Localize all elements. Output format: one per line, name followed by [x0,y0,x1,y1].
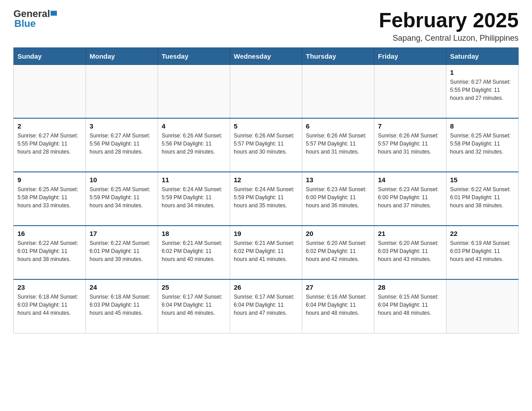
logo-blue: Blue [13,19,57,29]
weekday-header-thursday: Thursday [302,47,374,64]
day-info: Sunrise: 6:22 AM Sunset: 6:01 PM Dayligh… [90,239,154,263]
day-number: 11 [162,176,226,184]
day-number: 28 [378,283,442,291]
calendar-day-cell [446,279,519,333]
logo-general: General [13,9,50,19]
day-number: 20 [306,230,370,237]
day-info: Sunrise: 6:27 AM Sunset: 5:56 PM Dayligh… [90,132,154,156]
calendar-day-cell: 28Sunrise: 6:15 AM Sunset: 6:04 PM Dayli… [374,279,446,333]
weekday-header-friday: Friday [374,47,446,64]
weekday-header-row: SundayMondayTuesdayWednesdayThursdayFrid… [14,47,519,64]
title-block: February 2025 Sapang, Central Luzon, Phi… [379,9,519,43]
day-number: 19 [234,230,298,237]
day-info: Sunrise: 6:20 AM Sunset: 6:02 PM Dayligh… [306,239,370,263]
day-number: 6 [306,122,370,130]
day-info: Sunrise: 6:17 AM Sunset: 6:04 PM Dayligh… [234,293,298,317]
day-number: 23 [17,283,82,291]
calendar-day-cell [158,64,230,118]
calendar-day-cell [86,64,158,118]
day-info: Sunrise: 6:15 AM Sunset: 6:04 PM Dayligh… [378,293,442,317]
day-number: 7 [378,122,442,130]
day-number: 16 [17,230,82,237]
calendar-day-cell: 9Sunrise: 6:25 AM Sunset: 5:58 PM Daylig… [14,172,86,226]
page-header: General Blue February 2025 Sapang, Centr… [13,9,519,43]
day-info: Sunrise: 6:26 AM Sunset: 5:56 PM Dayligh… [162,132,226,156]
day-info: Sunrise: 6:25 AM Sunset: 5:58 PM Dayligh… [17,185,82,210]
day-info: Sunrise: 6:22 AM Sunset: 6:01 PM Dayligh… [17,239,82,263]
day-info: Sunrise: 6:26 AM Sunset: 5:57 PM Dayligh… [306,132,370,156]
calendar-day-cell: 26Sunrise: 6:17 AM Sunset: 6:04 PM Dayli… [230,279,302,333]
calendar-day-cell: 18Sunrise: 6:21 AM Sunset: 6:02 PM Dayli… [158,226,230,279]
calendar-day-cell: 12Sunrise: 6:24 AM Sunset: 5:59 PM Dayli… [230,172,302,226]
calendar-day-cell [302,64,374,118]
calendar-week-row: 1Sunrise: 6:27 AM Sunset: 5:55 PM Daylig… [14,64,519,118]
calendar-day-cell: 16Sunrise: 6:22 AM Sunset: 6:01 PM Dayli… [14,226,86,279]
day-number: 5 [234,122,298,130]
day-info: Sunrise: 6:25 AM Sunset: 5:59 PM Dayligh… [90,185,154,210]
calendar-week-row: 9Sunrise: 6:25 AM Sunset: 5:58 PM Daylig… [14,172,519,226]
calendar-day-cell: 8Sunrise: 6:25 AM Sunset: 5:58 PM Daylig… [446,118,519,172]
day-info: Sunrise: 6:18 AM Sunset: 6:03 PM Dayligh… [17,293,82,317]
day-number: 12 [234,176,298,184]
day-info: Sunrise: 6:18 AM Sunset: 6:03 PM Dayligh… [90,293,154,317]
logo: General Blue [13,9,57,29]
day-number: 15 [450,176,515,184]
calendar-day-cell [374,64,446,118]
calendar-day-cell: 15Sunrise: 6:22 AM Sunset: 6:01 PM Dayli… [446,172,519,226]
day-number: 3 [90,122,154,130]
day-number: 21 [378,230,442,237]
day-info: Sunrise: 6:27 AM Sunset: 5:55 PM Dayligh… [17,132,82,156]
calendar-day-cell: 24Sunrise: 6:18 AM Sunset: 6:03 PM Dayli… [86,279,158,333]
calendar-subtitle: Sapang, Central Luzon, Philippines [379,34,519,43]
calendar-week-row: 16Sunrise: 6:22 AM Sunset: 6:01 PM Dayli… [14,226,519,279]
calendar-day-cell: 21Sunrise: 6:20 AM Sunset: 6:03 PM Dayli… [374,226,446,279]
calendar-table: SundayMondayTuesdayWednesdayThursdayFrid… [13,47,519,334]
calendar-day-cell [14,64,86,118]
weekday-header-saturday: Saturday [446,47,519,64]
calendar-day-cell: 17Sunrise: 6:22 AM Sunset: 6:01 PM Dayli… [86,226,158,279]
day-info: Sunrise: 6:20 AM Sunset: 6:03 PM Dayligh… [378,239,442,263]
calendar-day-cell: 19Sunrise: 6:21 AM Sunset: 6:02 PM Dayli… [230,226,302,279]
day-info: Sunrise: 6:23 AM Sunset: 6:00 PM Dayligh… [378,185,442,210]
calendar-day-cell: 2Sunrise: 6:27 AM Sunset: 5:55 PM Daylig… [14,118,86,172]
calendar-day-cell: 6Sunrise: 6:26 AM Sunset: 5:57 PM Daylig… [302,118,374,172]
day-info: Sunrise: 6:24 AM Sunset: 5:59 PM Dayligh… [162,185,226,210]
calendar-day-cell: 20Sunrise: 6:20 AM Sunset: 6:02 PM Dayli… [302,226,374,279]
day-number: 13 [306,176,370,184]
calendar-day-cell: 11Sunrise: 6:24 AM Sunset: 5:59 PM Dayli… [158,172,230,226]
calendar-day-cell: 27Sunrise: 6:16 AM Sunset: 6:04 PM Dayli… [302,279,374,333]
day-number: 26 [234,283,298,291]
calendar-day-cell: 10Sunrise: 6:25 AM Sunset: 5:59 PM Dayli… [86,172,158,226]
day-info: Sunrise: 6:21 AM Sunset: 6:02 PM Dayligh… [234,239,298,263]
weekday-header-monday: Monday [86,47,158,64]
calendar-day-cell: 23Sunrise: 6:18 AM Sunset: 6:03 PM Dayli… [14,279,86,333]
day-number: 1 [450,68,515,76]
day-info: Sunrise: 6:21 AM Sunset: 6:02 PM Dayligh… [162,239,226,263]
calendar-day-cell: 13Sunrise: 6:23 AM Sunset: 6:00 PM Dayli… [302,172,374,226]
day-info: Sunrise: 6:25 AM Sunset: 5:58 PM Dayligh… [450,132,515,156]
calendar-day-cell: 14Sunrise: 6:23 AM Sunset: 6:00 PM Dayli… [374,172,446,226]
calendar-day-cell: 25Sunrise: 6:17 AM Sunset: 6:04 PM Dayli… [158,279,230,333]
day-info: Sunrise: 6:22 AM Sunset: 6:01 PM Dayligh… [450,185,515,210]
weekday-header-sunday: Sunday [14,47,86,64]
weekday-header-tuesday: Tuesday [158,47,230,64]
day-info: Sunrise: 6:19 AM Sunset: 6:03 PM Dayligh… [450,239,515,263]
calendar-day-cell [230,64,302,118]
day-info: Sunrise: 6:27 AM Sunset: 5:55 PM Dayligh… [450,78,515,102]
logo-arrow-icon [51,11,57,16]
day-info: Sunrise: 6:24 AM Sunset: 5:59 PM Dayligh… [234,185,298,210]
day-number: 25 [162,283,226,291]
calendar-week-row: 2Sunrise: 6:27 AM Sunset: 5:55 PM Daylig… [14,118,519,172]
calendar-day-cell: 7Sunrise: 6:26 AM Sunset: 5:57 PM Daylig… [374,118,446,172]
day-info: Sunrise: 6:23 AM Sunset: 6:00 PM Dayligh… [306,185,370,210]
day-number: 22 [450,230,515,237]
day-number: 2 [17,122,82,130]
day-info: Sunrise: 6:26 AM Sunset: 5:57 PM Dayligh… [234,132,298,156]
day-number: 4 [162,122,226,130]
day-number: 8 [450,122,515,130]
calendar-week-row: 23Sunrise: 6:18 AM Sunset: 6:03 PM Dayli… [14,279,519,333]
calendar-day-cell: 1Sunrise: 6:27 AM Sunset: 5:55 PM Daylig… [446,64,519,118]
day-info: Sunrise: 6:16 AM Sunset: 6:04 PM Dayligh… [306,293,370,317]
day-number: 18 [162,230,226,237]
calendar-title: February 2025 [379,9,519,32]
